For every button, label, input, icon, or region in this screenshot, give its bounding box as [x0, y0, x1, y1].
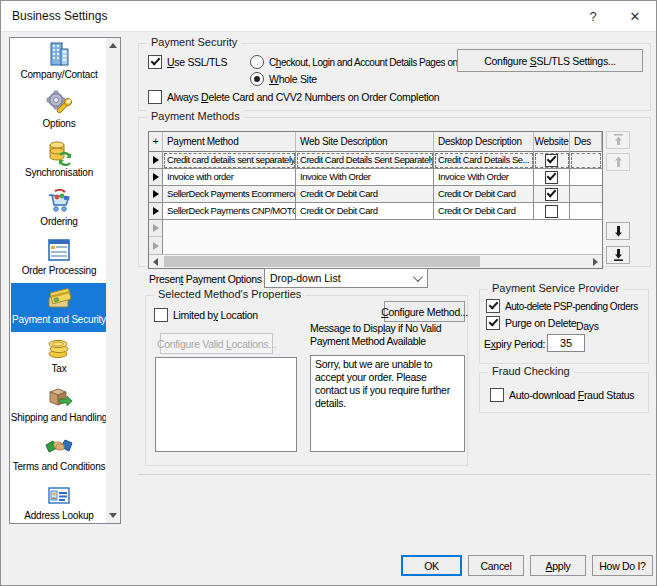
web-site-description-cell[interactable]: Invoice With Order — [296, 169, 434, 186]
des-cell[interactable] — [570, 186, 602, 203]
row-selector[interactable] — [149, 220, 163, 237]
limited-by-location-checkbox[interactable]: Limited by Location — [154, 308, 258, 322]
website-cell[interactable] — [534, 186, 570, 203]
move-up-button[interactable] — [606, 153, 630, 171]
des-cell[interactable] — [570, 203, 602, 220]
row-selector[interactable] — [149, 203, 163, 220]
website-checkbox[interactable] — [545, 171, 558, 184]
move-down-button[interactable] — [606, 222, 630, 240]
payment-method-cell[interactable]: Credit card details sent separately — [163, 152, 296, 169]
sidebar-scrollbar[interactable] — [106, 38, 120, 523]
web-site-description-cell[interactable]: Credit Card Details Sent Separately — [296, 152, 434, 169]
use-ssl-checkbox[interactable]: Use SSL/TLS — [148, 55, 227, 69]
sidebar-item-terms-and-conditions[interactable]: Terms and Conditions — [11, 430, 107, 479]
group-title: Payment Service Provider — [488, 282, 623, 294]
website-checkbox[interactable] — [545, 154, 558, 167]
whole-site-radio[interactable]: Whole Site — [250, 72, 317, 86]
sidebar-item-order-processing[interactable]: Order Processing — [11, 234, 107, 283]
configure-ssl-button[interactable]: Configure SSL/TLS Settings... — [457, 49, 643, 72]
row-selector[interactable] — [149, 237, 163, 254]
auto-delete-psp-checkbox[interactable]: Auto-delete PSP-pending Orders — [486, 299, 638, 313]
sidebar-item-shipping-and-handling[interactable]: Shipping and Handling — [11, 381, 107, 430]
dropdown-value: Drop-down List — [270, 272, 341, 284]
no-valid-payment-message-textarea[interactable]: Sorry, but we are unable to accept your … — [310, 355, 465, 452]
payment-method-cell[interactable]: SellerDeck Payments Ecommerce — [163, 186, 296, 203]
cancel-button[interactable]: Cancel — [468, 555, 524, 576]
desktop-description-cell[interactable]: Invoice With Order — [434, 169, 534, 186]
always-delete-checkbox[interactable]: Always Delete Card and CVV2 Numbers on O… — [148, 90, 439, 104]
scroll-up-icon[interactable] — [106, 38, 120, 53]
payment-method-cell[interactable]: SellerDeck Payments CNP/MOTO — [163, 203, 296, 220]
move-to-bottom-button[interactable] — [606, 246, 630, 264]
sidebar-item-ordering[interactable]: Ordering — [11, 185, 107, 234]
scroll-right-icon[interactable] — [589, 255, 602, 268]
expiry-period-input[interactable]: 35 — [547, 334, 585, 352]
checkout-pages-radio[interactable]: Checkout, Login and Account Details Page… — [250, 55, 464, 69]
days-label: Days — [576, 320, 599, 332]
scrollbar-track[interactable] — [162, 255, 589, 268]
column-header[interactable]: Website — [534, 132, 570, 152]
apply-button[interactable]: Apply — [530, 555, 586, 576]
table-horizontal-scrollbar[interactable] — [149, 254, 602, 268]
close-icon[interactable]: ✕ — [614, 1, 656, 31]
website-cell[interactable] — [534, 152, 570, 169]
table-row[interactable]: Credit card details sent separately Cred… — [149, 152, 602, 169]
payment-method-cell[interactable]: Invoice with order — [163, 169, 296, 186]
web-site-description-cell[interactable]: Credit Or Debit Card — [296, 186, 434, 203]
sidebar-item-options[interactable]: Options — [11, 87, 107, 136]
radio-label: Checkout, Login and Account Details Page… — [269, 57, 464, 68]
move-to-top-button[interactable] — [606, 131, 630, 149]
row-selector[interactable] — [149, 152, 163, 169]
radio-circle[interactable] — [250, 55, 264, 69]
des-cell[interactable] — [570, 152, 602, 169]
configure-valid-locations-button[interactable]: Configure Valid Locations... — [160, 333, 273, 354]
checkbox-box[interactable] — [490, 388, 504, 402]
row-selector[interactable] — [149, 169, 163, 186]
radio-circle[interactable] — [250, 72, 264, 86]
website-checkbox[interactable] — [545, 205, 558, 218]
row-selector[interactable] — [149, 186, 163, 203]
coins-icon — [45, 334, 73, 362]
sidebar-item-address-lookup[interactable]: Address Lookup — [11, 479, 107, 528]
arrow-down-icon — [613, 225, 624, 237]
building-icon — [45, 40, 73, 68]
sidebar-item-payment-and-security[interactable]: Payment and Security — [11, 283, 107, 332]
sidebar-item-company-contact[interactable]: Company/Contact — [11, 38, 107, 87]
desktop-description-cell[interactable]: Credit Or Debit Card — [434, 203, 534, 220]
group-title: Selected Method's Properties — [154, 288, 305, 300]
column-header[interactable]: Payment Method — [163, 132, 296, 152]
column-header[interactable]: Des — [570, 132, 602, 152]
checkbox-box[interactable] — [486, 316, 500, 330]
sidebar-item-tax[interactable]: Tax — [11, 332, 107, 381]
present-options-dropdown[interactable]: Drop-down List — [264, 268, 428, 288]
column-header[interactable]: Desktop Description — [434, 132, 534, 152]
web-site-description-cell[interactable]: Credit Or Debit Card — [296, 203, 434, 220]
how-do-i-button[interactable]: How Do I? — [592, 555, 653, 576]
package-icon — [45, 383, 73, 411]
scroll-down-icon[interactable] — [106, 508, 120, 523]
website-cell[interactable] — [534, 169, 570, 186]
website-checkbox[interactable] — [545, 188, 558, 201]
des-cell[interactable] — [570, 169, 602, 186]
help-icon[interactable]: ? — [572, 1, 614, 31]
sidebar-item-label: Payment and Security — [12, 314, 106, 325]
desktop-description-cell[interactable]: Credit Or Debit Card — [434, 186, 534, 203]
scroll-left-icon[interactable] — [149, 255, 162, 268]
checkbox-box[interactable] — [486, 299, 500, 313]
table-row[interactable]: Invoice with order Invoice With Order In… — [149, 169, 602, 186]
checkbox-box[interactable] — [154, 308, 168, 322]
scrollbar-thumb[interactable] — [164, 256, 480, 267]
configure-method-button[interactable]: Configure Method... — [384, 301, 465, 322]
table-row[interactable]: SellerDeck Payments Ecommerce Credit Or … — [149, 186, 602, 203]
checkbox-box[interactable] — [148, 55, 162, 69]
column-header[interactable]: Web Site Description — [296, 132, 434, 152]
website-cell[interactable] — [534, 203, 570, 220]
sidebar-item-synchronisation[interactable]: Synchronisation — [11, 136, 107, 185]
purge-on-delete-checkbox[interactable]: Purge on Delete — [486, 316, 576, 330]
checkbox-box[interactable] — [148, 90, 162, 104]
ok-button[interactable]: OK — [401, 555, 462, 576]
auto-download-fraud-checkbox[interactable]: Auto-download Fraud Status — [490, 388, 634, 402]
valid-locations-listbox[interactable] — [155, 357, 297, 452]
desktop-description-cell[interactable]: Credit Card Details Se... — [434, 152, 534, 169]
table-row[interactable]: SellerDeck Payments CNP/MOTO Credit Or D… — [149, 203, 602, 220]
